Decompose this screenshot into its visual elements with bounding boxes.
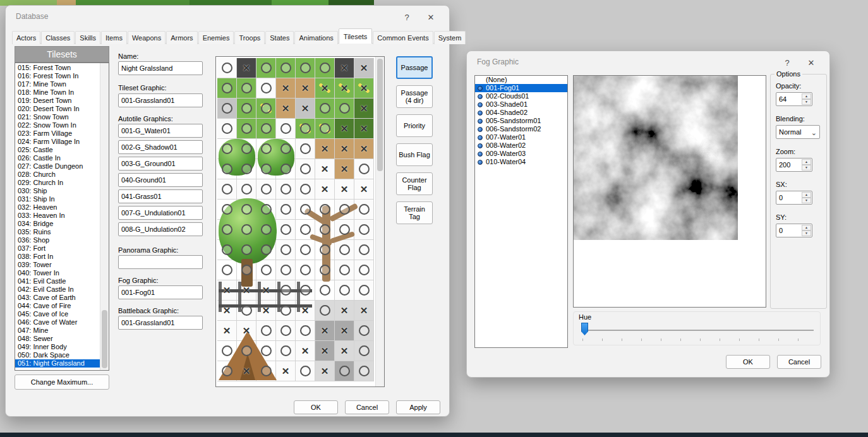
fog-list-item[interactable]: 004-Shade02 — [475, 109, 567, 117]
apply-button[interactable]: Apply — [396, 400, 440, 414]
tile-cell[interactable]: ✕ — [354, 58, 374, 78]
tileset-list-item[interactable]: 015: Forest Town — [15, 64, 100, 72]
tile-cell[interactable] — [276, 321, 296, 341]
tile-cell[interactable]: ✕ — [276, 99, 296, 119]
scrollbar-thumb[interactable] — [102, 310, 107, 368]
autotile-input-4[interactable] — [118, 173, 203, 187]
tile-cell[interactable] — [217, 220, 237, 240]
tile-cell[interactable]: ✕ — [217, 301, 237, 321]
tile-cell[interactable]: ✕ — [354, 179, 374, 200]
tile-cell[interactable]: ✕ — [296, 301, 315, 321]
mode-button-bush-flag[interactable]: Bush Flag — [396, 143, 433, 166]
tile-cell[interactable] — [256, 361, 276, 381]
tile-cell[interactable] — [276, 179, 296, 200]
fog-list-item[interactable]: 003-Shade01 — [475, 100, 567, 109]
fog-list-item[interactable]: 002-Clouds01 — [475, 92, 567, 100]
spinner-up-icon[interactable]: ▲ — [802, 225, 811, 230]
tile-cell[interactable]: ✕ — [335, 58, 354, 78]
tab-states[interactable]: States — [265, 31, 294, 44]
tile-cell[interactable] — [217, 179, 237, 200]
tile-cell[interactable] — [217, 260, 237, 280]
tile-cell[interactable] — [217, 58, 237, 78]
tile-cell[interactable] — [256, 260, 276, 280]
tile-cell[interactable]: ✕ — [296, 78, 315, 99]
tile-cell[interactable]: ✕ — [335, 321, 354, 341]
tile-cell[interactable] — [276, 280, 296, 301]
tile-cell[interactable] — [296, 240, 315, 260]
tileset-list-item[interactable]: 045: Cave of Ice — [15, 310, 100, 318]
tile-cell[interactable] — [335, 200, 354, 220]
tab-enemies[interactable]: Enemies — [198, 31, 234, 44]
tile-cell[interactable] — [354, 321, 374, 341]
battleback-graphic-input[interactable] — [118, 316, 203, 330]
close-icon[interactable]: ✕ — [802, 56, 821, 69]
tile-cell[interactable]: ✕ — [276, 78, 296, 99]
tile-cell[interactable] — [256, 119, 276, 139]
tile-cell[interactable] — [276, 260, 296, 280]
tab-skills[interactable]: Skills — [75, 31, 100, 44]
name-input[interactable] — [118, 61, 203, 75]
tile-cell[interactable] — [315, 200, 335, 220]
tile-cell[interactable] — [256, 321, 276, 341]
spinner-up-icon[interactable]: ▲ — [802, 192, 811, 198]
fog-list-item[interactable]: 007-Water01 — [475, 133, 567, 141]
tile-cell[interactable] — [217, 341, 237, 361]
tab-armors[interactable]: Armors — [166, 31, 197, 44]
tile-cell[interactable] — [296, 280, 315, 301]
mode-button-counter-flag[interactable]: Counter Flag — [396, 172, 433, 195]
tileset-list-item[interactable]: 034: Bridge — [15, 220, 100, 228]
tile-cell[interactable] — [296, 361, 315, 381]
tileset-list-item[interactable]: 024: Farm Village In — [15, 138, 100, 146]
fog-list-item[interactable]: 001-Fog01 — [475, 84, 567, 92]
tileset-list-item[interactable]: 038: Fort In — [15, 253, 100, 261]
change-maximum-button[interactable]: Change Maximum... — [15, 374, 109, 390]
cancel-button[interactable]: Cancel — [777, 355, 821, 369]
tab-weapons[interactable]: Weapons — [128, 31, 166, 44]
cancel-button[interactable]: Cancel — [345, 400, 389, 414]
tile-cell[interactable] — [276, 119, 296, 139]
tileset-list-item[interactable]: 036: Shop — [15, 236, 100, 244]
tile-cell[interactable]: ✕ — [256, 301, 276, 321]
fog-list-item[interactable]: 010-Water04 — [475, 158, 567, 166]
tile-cell[interactable] — [276, 220, 296, 240]
tileset-list-item[interactable]: 028: Church — [15, 171, 100, 179]
tile-cell[interactable]: ✕ — [315, 361, 335, 381]
tile-cell[interactable]: ✕ — [315, 179, 335, 200]
tab-actors[interactable]: Actors — [12, 31, 40, 44]
tab-system[interactable]: System — [434, 31, 466, 44]
tile-cell[interactable]: ✕ — [237, 321, 256, 341]
tileset-list-item[interactable]: 026: Castle In — [15, 154, 100, 162]
tile-cell[interactable] — [296, 159, 315, 179]
tileset-list-item[interactable]: 022: Snow Town In — [15, 121, 100, 129]
help-icon[interactable]: ? — [778, 56, 797, 69]
tile-cell[interactable] — [315, 240, 335, 260]
tile-cell[interactable]: ✕ — [354, 78, 374, 99]
tile-cell[interactable] — [256, 159, 276, 179]
tile-cell[interactable]: ✕ — [354, 139, 374, 159]
fog-list-item[interactable]: 006-Sandstorm02 — [475, 125, 567, 133]
tile-cell[interactable] — [217, 119, 237, 139]
autotile-input-3[interactable] — [118, 157, 203, 171]
tile-cell[interactable] — [315, 260, 335, 280]
tileset-list-item[interactable]: 027: Castle Dungeon — [15, 162, 100, 171]
tile-cell[interactable] — [217, 99, 237, 119]
tile-cell[interactable]: ✕ — [335, 179, 354, 200]
tile-cell[interactable] — [315, 119, 335, 139]
spinner-zoom[interactable]: ▲▼ — [776, 158, 812, 172]
tileset-list-item[interactable]: 033: Heaven In — [15, 212, 100, 220]
tile-cell[interactable] — [354, 341, 374, 361]
tileset-list-scrollbar[interactable] — [100, 63, 109, 370]
tile-cell[interactable]: ✕ — [335, 78, 354, 99]
tile-cell[interactable] — [296, 200, 315, 220]
tile-cell[interactable] — [296, 260, 315, 280]
tile-cell[interactable] — [296, 321, 315, 341]
tileset-list-item[interactable]: 030: Ship — [15, 187, 100, 195]
tile-cell[interactable] — [335, 361, 354, 381]
tile-cell[interactable]: ✕ — [237, 58, 256, 78]
tile-cell[interactable] — [237, 119, 256, 139]
tileset-list-item[interactable]: 020: Desert Town In — [15, 105, 100, 113]
spinner-input-opacity[interactable] — [776, 93, 802, 105]
tile-cell[interactable] — [217, 200, 237, 220]
autotile-input-5[interactable] — [118, 189, 203, 203]
tile-cell[interactable] — [335, 99, 354, 119]
